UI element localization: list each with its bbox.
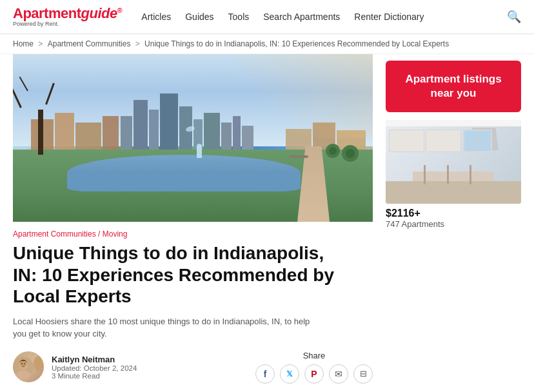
apartment-count: 747 Apartments <box>386 219 521 229</box>
breadcrumb-current: Unique Things to do in Indianapolis, IN:… <box>144 39 449 48</box>
share-facebook-button[interactable]: f <box>255 364 275 384</box>
share-section: Share f 𝕏 P ✉ ⊟ <box>255 351 373 384</box>
stool-leg-3 <box>470 165 471 184</box>
logo-wordmark: Apartmentguide® <box>13 6 122 21</box>
logo[interactable]: Apartmentguide® Powered by Rent. <box>13 6 122 27</box>
share-email-button[interactable]: ✉ <box>329 364 348 384</box>
breadcrumb-apt-communities[interactable]: Apartment Communities <box>48 39 131 48</box>
hero-left-buildings <box>31 113 119 152</box>
breadcrumb: Home > Apartment Communities > Unique Th… <box>0 34 534 54</box>
author-name: Kaitlyn Neitman <box>52 355 137 364</box>
kitchen-cabinet-left-2 <box>426 130 461 152</box>
svg-point-5 <box>24 364 25 365</box>
main-layout: Apartment Communities / Moving Unique Th… <box>0 54 534 384</box>
nav-renter-dictionary[interactable]: Renter Dictionary <box>354 12 424 22</box>
logo-brand: Apartment <box>13 5 81 21</box>
article-description: Local Hoosiers share the 10 most unique … <box>13 315 322 340</box>
logo-trademark: ® <box>117 6 123 14</box>
kitchen-ceiling <box>386 120 521 126</box>
share-label: Share <box>303 351 326 360</box>
nav-tools[interactable]: Tools <box>228 12 250 22</box>
kitchen-cabinet-left <box>389 130 424 152</box>
author-avatar <box>13 351 44 382</box>
search-icon[interactable]: 🔍 <box>507 10 521 24</box>
nav-search-apartments[interactable]: Search Apartments <box>263 12 340 22</box>
apartment-thumbnail[interactable] <box>386 120 521 204</box>
hero-bridge <box>289 155 308 158</box>
sidebar: Apartment listings near you <box>386 54 521 384</box>
hero-image <box>13 54 373 222</box>
nav-guides[interactable]: Guides <box>185 12 213 22</box>
share-pinterest-button[interactable]: P <box>304 364 324 384</box>
kitchen-counter-bottom <box>386 181 521 204</box>
apartment-price: $2116+ <box>386 208 521 219</box>
avatar-image <box>13 351 34 382</box>
stool-leg-2 <box>447 165 449 184</box>
main-nav: Articles Guides Tools Search Apartments … <box>141 12 507 22</box>
breadcrumb-sep-2: > <box>135 39 142 48</box>
author-date: Updated: October 2, 2024 <box>52 364 137 372</box>
article-title: Unique Things to do in Indianapolis, IN:… <box>13 242 335 308</box>
author-read-time: 3 Minute Read <box>52 372 137 380</box>
stool-leg-1 <box>424 165 426 184</box>
breadcrumb-home[interactable]: Home <box>13 39 34 48</box>
hero-water-reflection <box>67 155 301 191</box>
logo-powered-by: Powered by Rent. <box>13 21 122 27</box>
breadcrumb-sep-1: > <box>38 39 44 48</box>
logo-accent: guide <box>81 5 117 21</box>
share-print-button[interactable]: ⊟ <box>353 364 373 384</box>
site-header: Apartmentguide® Powered by Rent. Article… <box>0 0 534 34</box>
share-twitter-button[interactable]: 𝕏 <box>280 364 299 384</box>
share-icons: f 𝕏 P ✉ ⊟ <box>255 364 373 384</box>
hero-sky-warm <box>229 54 373 138</box>
author-info: Kaitlyn Neitman Updated: October 2, 2024… <box>52 355 137 380</box>
author-row: Kaitlyn Neitman Updated: October 2, 2024… <box>13 351 373 384</box>
svg-point-2 <box>16 371 30 379</box>
article-category[interactable]: Apartment Communities / Moving <box>13 230 373 239</box>
hero-fountain <box>197 144 202 158</box>
hero-tree-trunk <box>38 110 43 155</box>
nav-articles[interactable]: Articles <box>141 12 171 22</box>
kitchen-window <box>463 130 492 152</box>
article-content: Apartment Communities / Moving Unique Th… <box>13 54 373 384</box>
apartment-listings-button[interactable]: Apartment listings near you <box>386 61 521 112</box>
svg-point-4 <box>21 364 23 365</box>
